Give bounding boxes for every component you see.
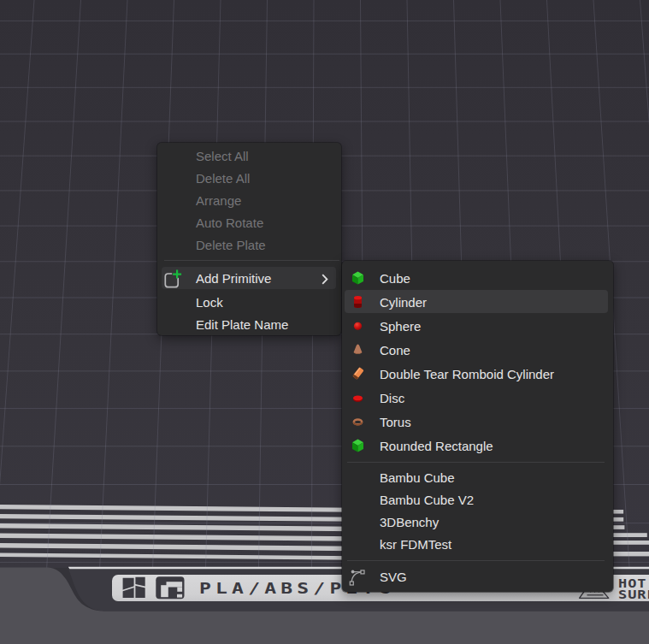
- submenu-item-cone[interactable]: Cone: [342, 338, 613, 362]
- submenu-item-label: Cone: [342, 343, 410, 357]
- submenu-item-sphere[interactable]: Sphere: [342, 314, 613, 338]
- submenu-item-disc[interactable]: Disc: [342, 386, 613, 410]
- add-plate-icon-slot: [163, 269, 180, 288]
- menu-item-label: Delete All: [196, 171, 250, 186]
- submenu-item-3dbenchy[interactable]: 3DBenchy: [342, 511, 613, 534]
- submenu-item-ksr-fdmtest[interactable]: ksr FDMTest: [342, 534, 613, 556]
- plate-glyph-icon: [156, 576, 184, 599]
- submenu-item-bambu-cube-v2[interactable]: Bambu Cube V2: [342, 489, 613, 511]
- menu-item-label: Arrange: [196, 193, 241, 208]
- submenu-item-torus[interactable]: Torus: [342, 410, 613, 434]
- menu-item-lock[interactable]: Lock: [157, 291, 341, 313]
- menu-item-auto-rotate[interactable]: Auto Rotate: [157, 211, 341, 233]
- menu-item-label: Auto Rotate: [196, 216, 263, 230]
- menu-item-delete-plate[interactable]: Delete Plate: [157, 233, 341, 256]
- menu-item-label: Add Primitive: [196, 271, 271, 286]
- submenu-item-label: Sphere: [342, 319, 421, 334]
- menu-item-arrange[interactable]: Arrange: [157, 189, 341, 211]
- add-plate-icon: [163, 269, 183, 288]
- context-menu: Select AllDelete AllArrangeAuto RotateDe…: [157, 143, 341, 335]
- menu-item-label: Edit Plate Name: [196, 317, 288, 332]
- submenu-item-label: SVG: [342, 570, 407, 584]
- submenu-item-svg[interactable]: SVG: [342, 565, 613, 589]
- bambu-logo-icon: [122, 577, 146, 598]
- submenu-arrow-icon: [322, 274, 328, 285]
- submenu-item-rounded-rectangle[interactable]: Rounded Rectangle: [342, 434, 613, 458]
- menu-separator: [164, 260, 339, 261]
- menu-item-label: Select All: [196, 149, 249, 163]
- submenu-item-double-tear-romboid-cylinder[interactable]: Double Tear Romboid Cylinder: [342, 362, 613, 386]
- submenu-item-cylinder[interactable]: Cylinder: [342, 290, 613, 314]
- submenu-item-label: ksr FDMTest: [342, 537, 451, 552]
- submenu-arrow: [322, 273, 328, 284]
- add-primitive-submenu: Cube Cylinder Sphere Cone Double Tear Ro…: [342, 261, 613, 592]
- menu-item-edit-plate-name[interactable]: Edit Plate Name: [157, 313, 341, 335]
- submenu-item-label: Rounded Rectangle: [342, 439, 493, 453]
- submenu-item-cube[interactable]: Cube: [342, 266, 613, 290]
- menu-item-label: Delete Plate: [196, 238, 266, 252]
- menu-item-add-primitive[interactable]: Add Primitive: [157, 266, 341, 291]
- submenu-item-label: 3DBenchy: [342, 515, 439, 529]
- hot-surface-label: HOT SURFACE: [618, 578, 649, 600]
- menu-separator: [347, 462, 605, 463]
- viewport-3d: { "context_menu": { "items": [ { "label"…: [0, 0, 649, 644]
- submenu-item-label: Cylinder: [342, 295, 427, 310]
- submenu-item-label: Bambu Cube: [342, 470, 455, 485]
- menu-item-delete-all[interactable]: Delete All: [157, 167, 341, 189]
- submenu-item-label: Bambu Cube V2: [342, 493, 474, 507]
- submenu-item-label: Cube: [342, 271, 410, 286]
- menu-item-select-all[interactable]: Select All: [157, 145, 341, 167]
- menu-separator: [347, 560, 605, 561]
- submenu-item-label: Double Tear Romboid Cylinder: [342, 367, 554, 381]
- submenu-item-label: Disc: [342, 391, 404, 405]
- menu-item-label: Lock: [196, 295, 223, 310]
- submenu-item-bambu-cube[interactable]: Bambu Cube: [342, 467, 613, 489]
- submenu-item-label: Torus: [342, 415, 411, 429]
